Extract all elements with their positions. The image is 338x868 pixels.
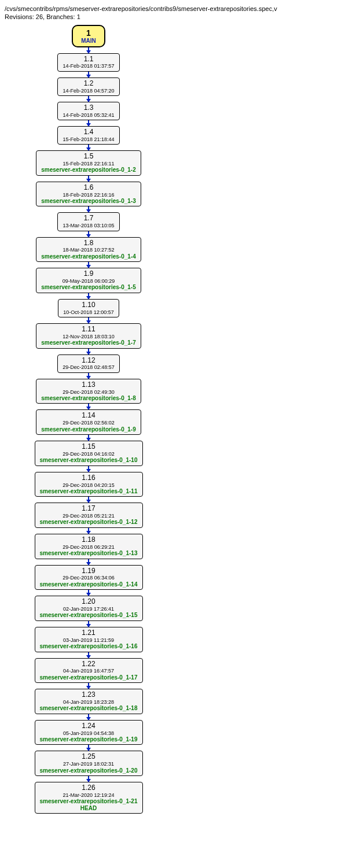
edge-arrow: [88, 528, 89, 534]
revision-tag: smeserver-extrarepositories-0_1-18: [40, 705, 138, 712]
revision-node[interactable]: 1.314-Feb-2018 05:32:41: [57, 102, 119, 120]
revision-node[interactable]: 1.2304-Jan-2019 18:23:28smeserver-extrar…: [35, 689, 143, 714]
trunk-number: 1: [81, 28, 96, 38]
revision-date: 10-Oct-2018 12:00:57: [63, 309, 114, 315]
revision-number: 1.17: [40, 505, 138, 513]
revision-date: 29-Dec-2018 04:20:15: [40, 482, 138, 488]
revision-number: 1.6: [41, 184, 135, 192]
revision-date: 09-May-2018 06:00:29: [41, 278, 135, 284]
revision-number: 1.7: [63, 215, 114, 223]
revision-date: 14-Feb-2018 05:32:41: [63, 112, 114, 118]
edge-arrow: [88, 47, 89, 53]
revision-tag: HEAD: [40, 805, 138, 812]
revision-number: 1.13: [41, 381, 135, 389]
revision-date: 21-Mar-2020 12:19:24: [40, 792, 138, 798]
revision-date: 03-Jan-2019 11:21:59: [40, 637, 138, 643]
revision-tag: smeserver-extrarepositories-0_1-10: [40, 457, 138, 464]
revision-date: 04-Jan-2019 16:47:57: [40, 668, 138, 674]
revision-number: 1.11: [41, 326, 135, 334]
revision-date: 02-Jan-2019 17:26:41: [40, 606, 138, 612]
revision-date: 29-Dec-2018 06:29:21: [40, 544, 138, 550]
revision-number: 1.8: [41, 239, 135, 248]
edge-arrow: [88, 404, 89, 409]
revision-node[interactable]: 1.618-Feb-2018 22:16:16smeserver-extrare…: [36, 182, 141, 207]
revision-number: 1.15: [40, 443, 138, 451]
revision-node[interactable]: 1.515-Feb-2018 22:16:11smeserver-extrare…: [36, 150, 141, 176]
revision-number: 1.14: [41, 412, 135, 420]
revision-date: 15-Feb-2018 22:16:11: [41, 161, 135, 167]
revision-node[interactable]: 1.1929-Dec-2018 06:34:06smeserver-extrar…: [35, 565, 143, 590]
revision-node[interactable]: 1.2527-Jan-2019 18:02:31smeserver-extrar…: [35, 751, 143, 776]
revision-node[interactable]: 1.713-Mar-2018 03:10:05: [57, 212, 119, 231]
revision-tag: smeserver-extrarepositories-0_1-19: [40, 736, 138, 743]
revision-tag: smeserver-extrarepositories-0_1-2: [41, 167, 135, 173]
edge-arrow: [88, 714, 89, 720]
revision-number: 1.20: [40, 598, 138, 606]
revision-number: 1.5: [41, 153, 135, 161]
edge-arrow: [88, 745, 89, 751]
revision-node[interactable]: 1.2103-Jan-2019 11:21:59smeserver-extrar…: [35, 627, 143, 652]
revision-number: 1.4: [63, 128, 114, 136]
revision-tag: smeserver-extrarepositories-0_1-15: [40, 612, 138, 619]
revision-tag: smeserver-extrarepositories-0_1-7: [41, 339, 135, 346]
revision-number: 1.26: [40, 784, 138, 792]
revision-node[interactable]: 1.1529-Dec-2018 04:16:02smeserver-extrar…: [35, 441, 143, 466]
edge-arrow: [88, 262, 89, 268]
edge-arrow: [88, 120, 89, 126]
revision-tag: smeserver-extrarepositories-0_1-12: [40, 519, 138, 526]
revision-number: 1.16: [40, 474, 138, 482]
revision-node[interactable]: 1.1112-Nov-2018 18:03:10smeserver-extrar…: [36, 323, 141, 349]
edge-arrow: [88, 293, 89, 299]
revision-date: 29-Dec-2018 02:56:02: [41, 420, 135, 426]
revision-date: 29-Dec-2018 05:21:21: [40, 513, 138, 519]
revision-tag: smeserver-extrarepositories-0_1-13: [40, 550, 138, 557]
revision-tag: smeserver-extrarepositories-0_1-4: [41, 253, 135, 260]
revision-node[interactable]: 1.909-May-2018 06:00:29smeserver-extrare…: [36, 268, 141, 293]
revision-node[interactable]: 1.2405-Jan-2019 04:54:38smeserver-extrar…: [35, 720, 143, 745]
revision-date: 04-Jan-2019 18:23:28: [40, 699, 138, 705]
revision-date: 14-Feb-2018 04:57:20: [63, 88, 114, 94]
revision-number: 1.23: [40, 691, 138, 699]
revision-node[interactable]: 1.1729-Dec-2018 05:21:21smeserver-extrar…: [35, 503, 143, 528]
edge-arrow: [88, 96, 89, 102]
revision-node[interactable]: 1.1329-Dec-2018 02:49:30smeserver-extrar…: [36, 379, 141, 404]
revision-date: 05-Jan-2019 04:54:38: [40, 730, 138, 736]
edge-arrow: [88, 72, 89, 77]
edge-arrow: [88, 435, 89, 441]
edge-arrow: [88, 497, 89, 503]
revision-tag: smeserver-extrarepositories-0_1-11: [40, 488, 138, 495]
revision-number: 1.2: [63, 80, 114, 88]
revision-node[interactable]: 1.818-Mar-2018 10:27:52smeserver-extrare…: [36, 237, 141, 263]
revision-number: 1.22: [40, 660, 138, 668]
revision-tag: smeserver-extrarepositories-0_1-20: [40, 767, 138, 774]
trunk-name: MAIN: [81, 38, 96, 44]
revision-node[interactable]: 1.1429-Dec-2018 02:56:02smeserver-extrar…: [36, 409, 141, 435]
revision-node[interactable]: 1.1829-Dec-2018 06:29:21smeserver-extrar…: [35, 534, 143, 559]
revision-node[interactable]: 1.214-Feb-2018 04:57:20: [57, 77, 119, 96]
graph-header: /cvs/smecontribs/rpms/smeserver-extrarep…: [5, 5, 333, 21]
revision-node[interactable]: 1.2621-Mar-2020 12:19:24smeserver-extrar…: [35, 782, 143, 814]
revision-date: 29-Dec-2018 04:16:02: [40, 451, 138, 457]
revision-number: 1.10: [63, 301, 114, 309]
revision-date: 18-Mar-2018 10:27:52: [41, 247, 135, 253]
trunk-node[interactable]: 1 MAIN: [72, 25, 105, 47]
revision-node[interactable]: 1.2204-Jan-2019 16:47:57smeserver-extrar…: [35, 658, 143, 684]
revision-node[interactable]: 1.1629-Dec-2018 04:20:15smeserver-extrar…: [35, 472, 143, 497]
revision-date: 29-Dec-2018 02:48:57: [63, 364, 115, 370]
edge-arrow: [88, 776, 89, 782]
revision-tag: smeserver-extrarepositories-0_1-21: [40, 798, 138, 805]
file-path: /cvs/smecontribs/rpms/smeserver-extrarep…: [5, 5, 333, 13]
revision-number: 1.3: [63, 104, 114, 112]
revision-node[interactable]: 1.114-Feb-2018 01:37:57: [57, 53, 119, 72]
edge-arrow: [88, 559, 89, 565]
revision-date: 27-Jan-2019 18:02:31: [40, 761, 138, 767]
edge-arrow: [88, 145, 89, 150]
edge-arrow: [88, 621, 89, 627]
revision-node[interactable]: 1.1229-Dec-2018 02:48:57: [57, 354, 120, 373]
revision-node[interactable]: 1.415-Feb-2018 21:18:44: [57, 126, 119, 145]
edge-arrow: [88, 652, 89, 658]
revision-node[interactable]: 1.2002-Jan-2019 17:26:41smeserver-extrar…: [35, 596, 143, 621]
revision-tag: smeserver-extrarepositories-0_1-14: [40, 581, 138, 588]
revision-date: 15-Feb-2018 21:18:44: [63, 136, 114, 142]
revision-node[interactable]: 1.1010-Oct-2018 12:00:57: [58, 299, 119, 317]
